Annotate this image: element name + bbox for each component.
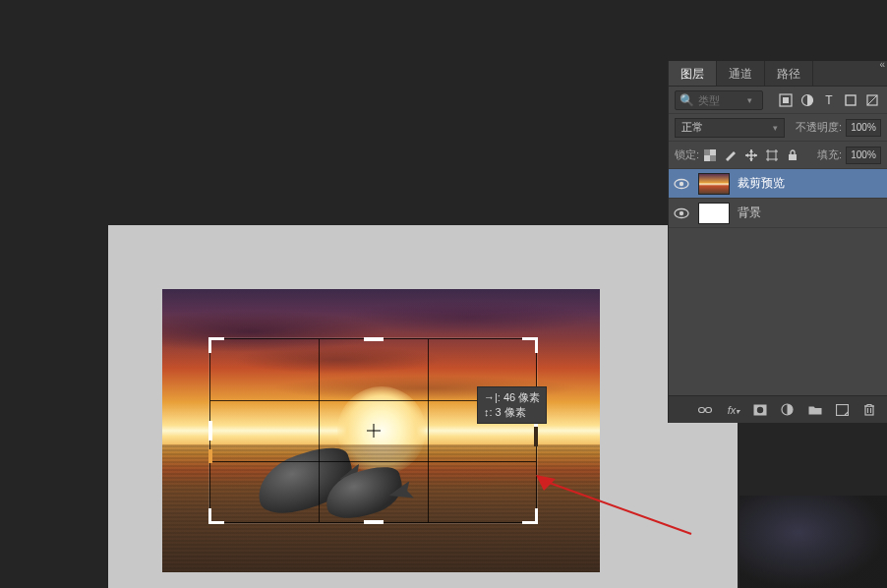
- mask-icon[interactable]: [753, 404, 769, 416]
- lock-fill-row: 锁定: 填充: 100%: [669, 142, 887, 169]
- crop-handle-bottom[interactable]: [364, 520, 384, 524]
- crop-tick: [534, 427, 538, 446]
- lock-label: 锁定:: [675, 147, 699, 162]
- svg-rect-5: [846, 95, 856, 105]
- svg-rect-8: [704, 149, 710, 155]
- eye-icon: [674, 178, 689, 190]
- lock-icons-group: [703, 148, 799, 162]
- chevron-down-icon: ▾: [773, 123, 778, 133]
- lock-all-icon[interactable]: [786, 148, 799, 162]
- filter-adjustment-icon[interactable]: [798, 91, 816, 109]
- canvas-artboard[interactable]: →|: 46 像素 ↕: 3 像素: [108, 225, 738, 588]
- layers-panel-footer: fx▾: [669, 395, 887, 423]
- opacity-input[interactable]: 100%: [846, 119, 881, 137]
- blend-mode-select[interactable]: 正常 ▾: [675, 118, 785, 138]
- tab-channels[interactable]: 通道: [717, 61, 765, 86]
- link-icon[interactable]: [698, 405, 714, 415]
- new-layer-icon[interactable]: [836, 404, 852, 416]
- blend-mode-value: 正常: [681, 120, 703, 135]
- crop-handle-bottom-right[interactable]: [522, 508, 538, 524]
- tab-paths[interactable]: 路径: [765, 61, 813, 86]
- filter-shape-icon[interactable]: [842, 91, 859, 109]
- crop-handle-top-right[interactable]: [522, 337, 538, 353]
- crop-center-marker: [367, 424, 381, 438]
- crop-box[interactable]: →|: 46 像素 ↕: 3 像素: [209, 338, 537, 523]
- svg-rect-9: [710, 155, 716, 161]
- search-icon: 🔍: [680, 93, 694, 107]
- crop-grid-line: [428, 339, 429, 522]
- crop-handle-top[interactable]: [364, 337, 384, 341]
- crop-grid-line: [319, 339, 320, 522]
- lock-artboard-icon[interactable]: [765, 148, 779, 162]
- layer-row[interactable]: 背景: [669, 199, 887, 228]
- filter-type-icon[interactable]: T: [820, 91, 838, 109]
- tab-layers[interactable]: 图层: [669, 61, 717, 86]
- crop-dimension-tooltip: →|: 46 像素 ↕: 3 像素: [477, 386, 547, 424]
- group-icon[interactable]: [808, 404, 824, 415]
- fx-icon[interactable]: fx▾: [726, 404, 741, 416]
- panel-tabs: 图层 通道 路径: [669, 61, 887, 87]
- layers-panel: « 图层 通道 路径 🔍 ▾ T 正常 ▾ 不透明度:: [669, 61, 887, 423]
- filter-smartobject-icon[interactable]: [863, 91, 881, 109]
- crop-handle-bottom-left[interactable]: [208, 508, 224, 524]
- svg-rect-17: [706, 407, 712, 412]
- document-image[interactable]: →|: 46 像素 ↕: 3 像素: [162, 289, 600, 572]
- crop-handle-left[interactable]: [208, 421, 212, 441]
- svg-rect-16: [699, 407, 705, 412]
- adjustment-icon[interactable]: [781, 403, 797, 416]
- layer-type-filter[interactable]: 🔍 ▾: [675, 90, 763, 110]
- crop-grid-line: [210, 461, 536, 462]
- svg-rect-10: [768, 151, 776, 159]
- tooltip-height: ↕: 3 像素: [484, 405, 540, 420]
- trash-icon[interactable]: [863, 403, 879, 416]
- layer-thumbnail[interactable]: [698, 173, 730, 195]
- opacity-label: 不透明度:: [796, 120, 842, 135]
- layer-thumbnail[interactable]: [698, 203, 730, 224]
- layer-filter-row: 🔍 ▾ T: [669, 87, 887, 114]
- crop-tick: [208, 449, 212, 463]
- tooltip-width: →|: 46 像素: [484, 390, 540, 405]
- lock-transparency-icon[interactable]: [703, 148, 717, 162]
- panel-collapse-icon[interactable]: «: [879, 59, 885, 70]
- layers-list: 裁剪预览 背景: [669, 169, 887, 395]
- lock-pixels-icon[interactable]: [724, 148, 738, 162]
- svg-rect-11: [789, 154, 797, 160]
- fill-input[interactable]: 100%: [846, 147, 881, 164]
- layer-name[interactable]: 裁剪预览: [734, 175, 785, 192]
- fill-label: 填充:: [817, 147, 842, 162]
- svg-point-13: [680, 181, 683, 185]
- chevron-down-icon: ▾: [747, 95, 752, 105]
- svg-point-19: [757, 406, 763, 412]
- blend-opacity-row: 正常 ▾ 不透明度: 100%: [669, 114, 887, 142]
- layer-name[interactable]: 背景: [734, 205, 761, 221]
- svg-rect-3: [783, 97, 789, 103]
- navigator-thumbnail[interactable]: [739, 496, 887, 588]
- svg-point-15: [680, 210, 683, 214]
- lock-position-icon[interactable]: [744, 148, 758, 162]
- filter-pixel-icon[interactable]: [777, 91, 795, 109]
- crop-handle-top-left[interactable]: [208, 337, 224, 353]
- svg-rect-22: [865, 406, 873, 415]
- layer-row[interactable]: 裁剪预览: [669, 169, 887, 199]
- visibility-toggle[interactable]: [669, 207, 694, 219]
- visibility-toggle[interactable]: [669, 178, 694, 190]
- layer-filter-input[interactable]: [698, 94, 743, 106]
- eye-icon: [674, 207, 689, 219]
